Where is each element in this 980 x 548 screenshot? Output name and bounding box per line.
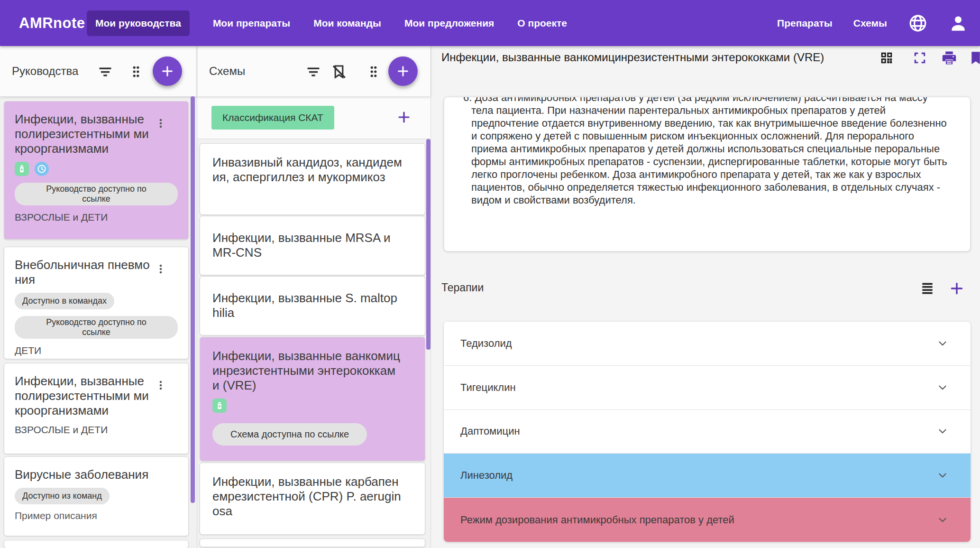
guidelines-title: Руководства: [12, 46, 78, 96]
guidelines-header: Руководства: [0, 46, 197, 96]
therapy-row-dosing[interactable]: Режим дозирования антимикробных препарат…: [444, 498, 971, 542]
schemes-title: Схемы: [209, 46, 245, 96]
tab-about[interactable]: О проекте: [517, 18, 567, 29]
navbar-right: Препараты Схемы: [777, 0, 968, 46]
guideline-card[interactable]: Инфекции, вызванные полирезистентными ми…: [4, 363, 189, 454]
tab-my-teams[interactable]: Мои команды: [313, 18, 381, 29]
chevron-down-icon[interactable]: [936, 514, 949, 529]
scheme-card[interactable]: Инфекции, вызванные карбапенемрезистентн…: [200, 463, 425, 535]
tab-my-drugs[interactable]: Мои препараты: [213, 18, 290, 29]
guideline-note-box: 6. Доза антимикробных препаратов у детей…: [444, 97, 971, 251]
top-navbar: AMRnote Мои руководства Мои препараты Мо…: [0, 0, 980, 46]
card-description: Пример описания: [15, 510, 178, 521]
chevron-down-icon[interactable]: [936, 381, 949, 397]
nav-tabs: Мои руководства Мои препараты Мои команд…: [87, 0, 567, 46]
filter-icon[interactable]: [305, 64, 321, 80]
therapy-row[interactable]: Даптомицин: [444, 410, 971, 454]
guideline-note-text: 6. Доза антимикробных препаратов у детей…: [463, 97, 951, 206]
filter-icon[interactable]: [97, 64, 113, 80]
audience-label: ВЗРОСЛЫЕ и ДЕТИ: [15, 212, 178, 223]
therapy-label: Режим дозирования антимикробных препарат…: [460, 514, 734, 526]
schemes-panel: Схемы Классификация СКАТ Инвазивный канд…: [197, 46, 431, 548]
drug-bottle-icon: [212, 399, 227, 413]
scheme-card-title: Инвазивный кандидоз, кандидемия, асперги…: [212, 155, 402, 185]
scheme-card-title: Инфекции, вызванные ванкомицинрезистентн…: [212, 349, 402, 393]
guideline-card-title: Внебольничная пневмония: [15, 258, 153, 287]
therapy-label: Тигециклин: [460, 381, 516, 394]
therapy-row[interactable]: Тигециклин: [444, 366, 971, 410]
guideline-card[interactable]: Вирусные заболевания Доступно из команд …: [4, 456, 189, 536]
clock-icon: [35, 162, 49, 176]
fullscreen-icon[interactable]: [912, 50, 928, 66]
list-view-icon[interactable]: [919, 280, 935, 297]
therapy-row[interactable]: Тедизолид: [444, 322, 971, 366]
chevron-down-icon[interactable]: [936, 469, 949, 484]
schemes-scrollbar[interactable]: [426, 139, 430, 350]
bookmark-icon[interactable]: [968, 50, 980, 66]
detail-title: Инфекции, вызванные ванкомицинрезистентн…: [441, 51, 873, 64]
therapies-title: Терапии: [441, 281, 484, 294]
guidelines-panel: Руководства Инфекции, вызванные полирези…: [0, 46, 197, 548]
therapy-label: Тедизолид: [460, 337, 512, 350]
card-menu-icon[interactable]: [155, 118, 166, 131]
tab-my-guidelines[interactable]: Мои руководства: [87, 10, 190, 36]
link-drugs[interactable]: Препараты: [777, 18, 833, 29]
detail-panel: Инфекции, вызванные ванкомицинрезистентн…: [431, 46, 980, 548]
link-access-pill: Схема доступна по ссылке: [212, 423, 367, 446]
amrnote-app: AMRnote Мои руководства Мои препараты Мо…: [0, 0, 980, 548]
scheme-card-title: Инфекции, вызванные MRSA и MR-CNS: [212, 231, 402, 260]
link-access-pill: Руководство доступно по ссылке: [15, 183, 178, 205]
therapy-row-selected[interactable]: Линезолид: [444, 454, 971, 498]
card-badges: [15, 162, 178, 176]
add-scheme-button[interactable]: [388, 56, 418, 86]
guidelines-scrollbar[interactable]: [191, 96, 195, 503]
brand-logo[interactable]: AMRnote: [19, 0, 85, 46]
qr-code-icon[interactable]: [879, 50, 895, 66]
guideline-card[interactable]: Инфекции, вызванные полирезистентными ми…: [4, 101, 189, 240]
link-access-pill: Руководство доступно по ссылке: [15, 316, 178, 339]
classification-row: Классификация СКАТ: [197, 96, 430, 139]
scheme-card-selected[interactable]: Инфекции, вызванные ванкомицинрезистентн…: [200, 337, 425, 461]
card-badges: [212, 399, 412, 413]
add-guideline-button[interactable]: [153, 56, 182, 86]
scheme-card[interactable]: Инфекции, вызванные MRSA и MR-CNS: [200, 216, 425, 275]
audience-label: ДЕТИ: [15, 345, 178, 356]
guideline-card[interactable]: [4, 540, 189, 548]
scheme-card-title: Инфекции, вызванные S. maltophilia: [212, 291, 402, 320]
guideline-card-title: Инфекции, вызванные полирезистентными ми…: [15, 112, 153, 156]
chevron-down-icon[interactable]: [936, 337, 949, 353]
bookmark-off-icon[interactable]: [331, 64, 347, 80]
language-globe-icon[interactable]: [908, 13, 928, 33]
card-menu-icon[interactable]: [155, 380, 166, 393]
scheme-card[interactable]: [200, 539, 425, 547]
scheme-card[interactable]: Инвазивный кандидоз, кандидемия, асперги…: [200, 143, 425, 215]
chevron-down-icon[interactable]: [936, 425, 949, 440]
card-menu-icon[interactable]: [155, 263, 166, 277]
schemes-header: Схемы: [197, 46, 430, 96]
scheme-card-title: Инфекции, вызванные карбапенемрезистентн…: [212, 474, 402, 519]
link-schemes[interactable]: Схемы: [853, 18, 887, 29]
drag-grid-icon[interactable]: [128, 64, 144, 80]
therapy-label: Линезолид: [460, 469, 513, 482]
guideline-card-title: Инфекции, вызванные полирезистентными ми…: [15, 374, 153, 418]
classification-chip[interactable]: Классификация СКАТ: [211, 106, 334, 130]
therapy-label: Даптомицин: [460, 425, 520, 437]
add-therapy-icon[interactable]: [949, 280, 965, 297]
drag-grid-icon[interactable]: [366, 64, 382, 80]
scheme-card[interactable]: Инфекции, вызванные S. maltophilia: [200, 276, 425, 335]
team-access-pill: Доступно в командах: [15, 293, 114, 309]
audience-label: ВЗРОСЛЫЕ и ДЕТИ: [15, 424, 178, 436]
drug-bottle-icon: [15, 162, 29, 176]
guideline-card-title: Вирусные заболевания: [15, 467, 153, 482]
add-classification-icon[interactable]: [396, 110, 412, 127]
therapies-accordion: Тедизолид Тигециклин Даптомицин Линезоли…: [444, 322, 971, 542]
print-icon[interactable]: [941, 50, 957, 66]
guideline-card[interactable]: Внебольничная пневмония Доступно в коман…: [4, 247, 189, 359]
team-access-pill: Доступно из команд: [15, 488, 110, 504]
user-account-icon[interactable]: [949, 14, 968, 33]
tab-my-suggestions[interactable]: Мои предложения: [404, 18, 494, 29]
